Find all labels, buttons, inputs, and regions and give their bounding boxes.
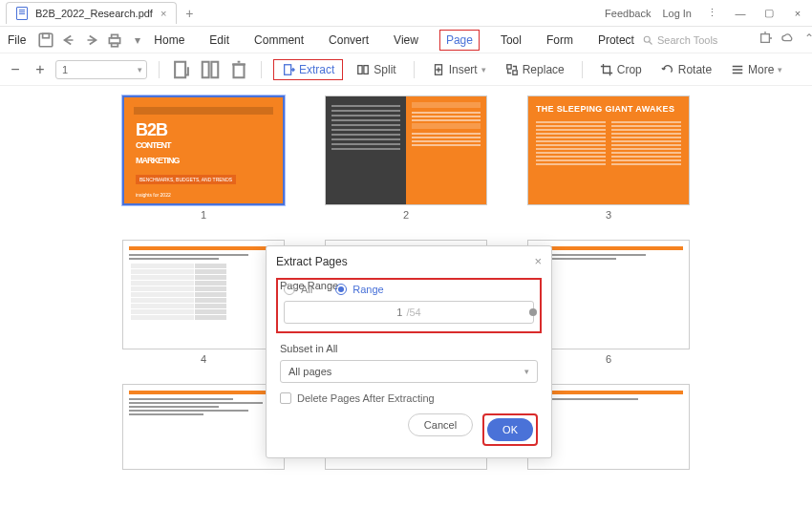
crop-label: Crop xyxy=(617,63,642,76)
more-button[interactable]: More ▾ xyxy=(725,59,788,80)
toolbar-divider xyxy=(261,61,262,78)
close-tab-icon[interactable]: × xyxy=(160,8,166,19)
menu-bar: File ▾ Home Edit Comment Convert View Pa… xyxy=(0,27,812,53)
radio-range[interactable]: Range xyxy=(335,284,383,295)
tab-protect[interactable]: Protect xyxy=(594,30,638,51)
close-dialog-icon[interactable]: × xyxy=(534,254,542,268)
minimize-icon[interactable]: — xyxy=(732,5,749,22)
replace-button[interactable]: Replace xyxy=(500,59,570,80)
page-thumb-7[interactable] xyxy=(117,384,290,470)
radio-all[interactable]: All xyxy=(284,284,312,295)
ok-highlight: OK xyxy=(482,413,538,446)
subset-label: Subset in All xyxy=(280,343,538,354)
page-thumbnails-area: B2B CONTENT MARKETING BENCHMARKS, BUDGET… xyxy=(0,86,812,529)
radio-all-label: All xyxy=(301,284,312,295)
svg-rect-11 xyxy=(285,64,291,74)
crop-button[interactable]: Crop xyxy=(594,59,648,80)
page-number-input[interactable]: 1 xyxy=(55,60,147,79)
more-label: More xyxy=(748,63,774,76)
qat-dropdown-icon[interactable]: ▾ xyxy=(129,32,146,49)
redo-icon[interactable] xyxy=(83,32,100,49)
tab-comment[interactable]: Comment xyxy=(250,30,308,51)
p1-badge: BENCHMARKS, BUDGETS, AND TRENDS xyxy=(136,175,236,184)
ok-button[interactable]: OK xyxy=(487,418,533,441)
page-label: 6 xyxy=(606,353,611,365)
p1-line2: CONTENT xyxy=(136,138,180,153)
chevron-down-icon: ▾ xyxy=(481,65,486,74)
subset-select[interactable]: All pages xyxy=(280,360,538,383)
range-value: 1 xyxy=(396,307,402,318)
page-label: 2 xyxy=(403,209,409,221)
checkbox-icon xyxy=(280,392,291,404)
ribbon-tabs: Home Edit Comment Convert View Page Tool… xyxy=(150,30,638,51)
page-thumb-1[interactable]: B2B CONTENT MARKETING BENCHMARKS, BUDGET… xyxy=(117,95,290,221)
page-layout-icon[interactable] xyxy=(200,59,221,80)
add-tab-button[interactable]: + xyxy=(181,5,198,22)
split-button[interactable]: Split xyxy=(351,59,401,80)
delete-page-icon[interactable] xyxy=(228,59,249,80)
maximize-icon[interactable]: ▢ xyxy=(760,5,778,22)
undo-icon[interactable] xyxy=(60,32,77,49)
svg-rect-1 xyxy=(43,33,50,38)
page-thumb-4[interactable]: 4 xyxy=(117,240,290,365)
drag-handle-icon[interactable] xyxy=(529,308,537,316)
tab-view[interactable]: View xyxy=(390,30,422,51)
menu-dots-icon[interactable]: ⋮ xyxy=(703,5,720,22)
title-bar: B2B_2022_Research.pdf × + Feedback Log I… xyxy=(0,0,812,27)
range-total: /54 xyxy=(406,307,420,318)
page-thumb-2[interactable]: 2 xyxy=(319,95,493,221)
login-link[interactable]: Log In xyxy=(662,8,692,19)
rotate-button[interactable]: Rotate xyxy=(655,59,717,80)
quick-access-toolbar: ▾ xyxy=(37,32,146,49)
close-window-icon[interactable]: × xyxy=(789,5,806,22)
delete-after-checkbox[interactable]: Delete Pages After Extracting xyxy=(280,392,538,404)
extract-label: Extract xyxy=(299,63,334,76)
crop-icon xyxy=(600,63,613,76)
tab-edit[interactable]: Edit xyxy=(205,30,233,51)
replace-label: Replace xyxy=(523,63,565,76)
page-range-input[interactable]: 1 /54 xyxy=(284,301,534,324)
collapse-ribbon-icon[interactable]: ⌃ xyxy=(804,32,812,48)
save-icon[interactable] xyxy=(37,32,54,49)
document-filename: B2B_2022_Research.pdf xyxy=(35,8,153,19)
page-label: 4 xyxy=(201,353,206,365)
extract-button[interactable]: Extract xyxy=(273,59,343,80)
zoom-in-button[interactable]: + xyxy=(32,61,48,78)
cancel-button[interactable]: Cancel xyxy=(408,413,473,436)
feedback-link[interactable]: Feedback xyxy=(605,8,651,19)
tab-page[interactable]: Page xyxy=(439,30,480,51)
svg-rect-3 xyxy=(112,34,118,37)
svg-rect-8 xyxy=(203,61,209,77)
page-label: 3 xyxy=(606,209,611,221)
svg-rect-9 xyxy=(211,61,218,77)
tab-convert[interactable]: Convert xyxy=(325,30,373,51)
svg-rect-6 xyxy=(761,34,770,43)
tab-tool[interactable]: Tool xyxy=(497,30,525,51)
insert-icon xyxy=(432,63,445,76)
document-icon xyxy=(16,7,28,20)
insert-blank-icon[interactable] xyxy=(171,59,192,80)
document-tab[interactable]: B2B_2022_Research.pdf × xyxy=(6,2,177,24)
page-thumb-3[interactable]: THE SLEEPING GIANT AWAKES 3 xyxy=(522,95,695,221)
search-tools[interactable]: Search Tools xyxy=(642,34,747,46)
replace-icon xyxy=(505,63,519,76)
svg-rect-13 xyxy=(364,65,368,74)
svg-rect-0 xyxy=(40,33,53,47)
dialog-title: Extract Pages xyxy=(276,255,348,268)
file-menu[interactable]: File xyxy=(8,33,26,47)
svg-rect-4 xyxy=(112,43,118,46)
svg-point-5 xyxy=(644,36,650,42)
page-label: 1 xyxy=(201,209,206,221)
zoom-out-button[interactable]: − xyxy=(8,61,23,78)
rotate-icon xyxy=(661,63,674,76)
share-icon[interactable] xyxy=(759,32,772,48)
extract-pages-dialog: Extract Pages × Page Range All Range xyxy=(266,245,552,458)
extract-icon xyxy=(282,63,295,76)
tab-home[interactable]: Home xyxy=(150,30,188,51)
tab-form[interactable]: Form xyxy=(543,30,577,51)
insert-label: Insert xyxy=(449,63,478,76)
insert-button[interactable]: Insert ▾ xyxy=(426,59,492,80)
cloud-icon[interactable] xyxy=(781,32,795,48)
print-icon[interactable] xyxy=(106,32,123,49)
radio-dot-icon xyxy=(335,284,347,295)
